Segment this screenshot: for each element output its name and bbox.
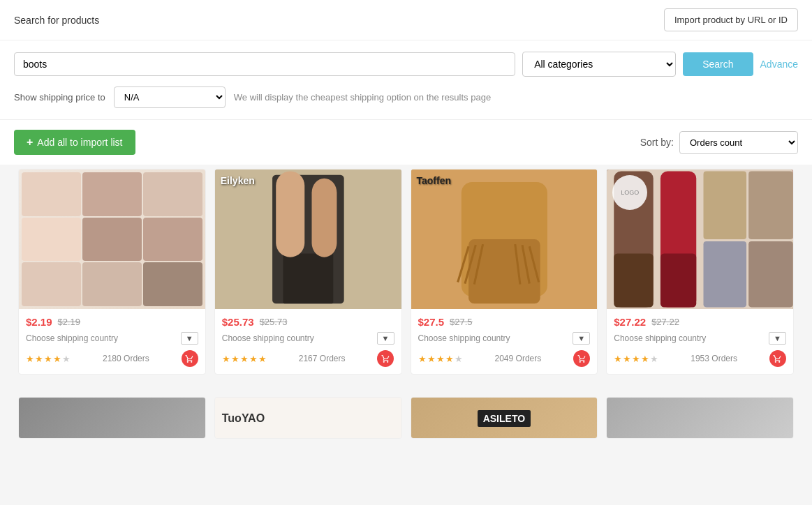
orders-count: 2049 Orders [495, 354, 542, 363]
brand-label: ASILETO [478, 410, 531, 427]
price-original: $27.5 [450, 317, 473, 327]
brand-label: Eilyken [221, 175, 255, 186]
add-all-label: Add all to import list [37, 137, 122, 148]
svg-rect-19 [704, 172, 747, 239]
shipping-country-dropdown[interactable]: ▼ [769, 332, 786, 345]
price-current: $25.73 [222, 316, 254, 328]
stars: ★★★★★ [222, 354, 267, 364]
stars: ★★★★★ [418, 354, 463, 364]
product-card-partial[interactable]: TuoYAO [214, 397, 402, 439]
products-grid: $2.19 $2.19 Choose shipping country ▼ ★★… [0, 165, 812, 393]
import-product-button[interactable]: Import product by URL or ID [664, 8, 798, 31]
product-image[interactable] [19, 169, 205, 309]
price-original: $27.22 [651, 317, 679, 327]
svg-rect-3 [276, 172, 304, 257]
product-card: LOGO $27.22 $27.22 Choose shipping count… [606, 169, 794, 375]
sort-label: Sort by: [640, 137, 674, 148]
add-to-cart-button[interactable] [769, 350, 786, 367]
plus-icon: + [27, 136, 33, 149]
category-select[interactable]: All categories Shoes Boots Women's Shoes [522, 52, 676, 77]
svg-rect-2 [283, 254, 333, 304]
add-to-cart-button[interactable] [377, 350, 394, 367]
add-all-button[interactable]: + Add all to import list [14, 130, 135, 155]
stars: ★★★★★ [614, 354, 658, 364]
page-title: Search for products [14, 15, 99, 26]
shipping-country-text: Choose shipping country [614, 333, 706, 343]
shipping-hint: We will display the cheapest shipping op… [234, 92, 491, 103]
product-image[interactable]: Taoffen [411, 169, 598, 309]
orders-count: 2180 Orders [103, 354, 149, 363]
product-card: Eilyken $25.73 $25.73 Choose shippin [214, 169, 402, 375]
shipping-country-dropdown[interactable]: ▼ [181, 332, 198, 345]
add-to-cart-button[interactable] [573, 350, 590, 367]
svg-rect-22 [748, 241, 793, 307]
shipping-country-dropdown[interactable]: ▼ [377, 332, 394, 345]
orders-count: 2167 Orders [299, 354, 346, 363]
svg-rect-16 [614, 254, 654, 308]
sort-select[interactable]: Orders count Price low to high Price hig… [679, 131, 798, 154]
price-original: $2.19 [58, 317, 81, 327]
price-current: $27.22 [614, 316, 646, 328]
product-card: Taoffen $27.5 $27. [411, 169, 598, 375]
brand-logo: LOGO [612, 175, 647, 210]
price-original: $25.73 [260, 317, 288, 327]
product-card-partial[interactable] [18, 397, 206, 439]
stars: ★★★★★ [26, 354, 71, 364]
product-card: $2.19 $2.19 Choose shipping country ▼ ★★… [18, 169, 206, 375]
advance-link[interactable]: Advance [760, 59, 798, 70]
shipping-country-select[interactable]: N/A United States United Kingdom [114, 86, 226, 108]
svg-rect-4 [311, 179, 337, 257]
price-current: $27.5 [418, 316, 445, 328]
product-image[interactable]: Eilyken [215, 169, 401, 309]
shipping-country-text: Choose shipping country [26, 333, 118, 343]
search-button[interactable]: Search [683, 52, 753, 76]
svg-rect-18 [660, 254, 696, 308]
bottom-row: TuoYAO ASILETO [0, 393, 812, 443]
search-input[interactable] [14, 52, 515, 76]
product-image[interactable]: LOGO [607, 169, 793, 309]
shipping-country-text: Choose shipping country [222, 333, 314, 343]
shipping-country-text: Choose shipping country [418, 333, 510, 343]
add-to-cart-button[interactable] [182, 350, 198, 367]
brand-name: TuoYAO [215, 398, 401, 439]
shipping-country-dropdown[interactable]: ▼ [573, 332, 590, 345]
product-card-partial[interactable] [606, 397, 794, 439]
show-shipping-label: Show shipping price to [14, 92, 105, 103]
svg-rect-20 [704, 241, 747, 307]
brand-label: Taoffen [417, 175, 452, 186]
product-card-partial[interactable]: ASILETO [411, 397, 598, 439]
svg-rect-21 [748, 172, 793, 239]
price-current: $2.19 [26, 316, 52, 328]
orders-count: 1953 Orders [691, 354, 737, 363]
